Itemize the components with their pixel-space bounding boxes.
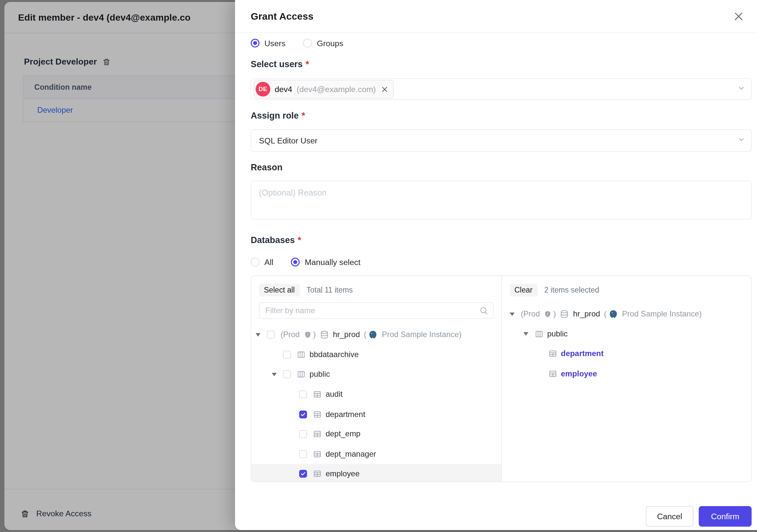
user-chip: DE dev4 (dev4@example.com) <box>254 80 394 99</box>
table-icon <box>313 410 322 419</box>
schema-icon <box>534 329 543 338</box>
tree-expand-arrow-icon[interactable] <box>256 333 267 336</box>
databases-radio-group: All Manually select <box>251 257 752 267</box>
radio-manually-select[interactable]: Manually select <box>291 258 360 266</box>
tree-row-department[interactable]: department <box>501 344 751 364</box>
assign-role-label: Assign role* <box>251 110 752 121</box>
radio-all-control[interactable] <box>251 258 260 266</box>
target-tree: (Prod )hr_prod( Prod Sample Instance)pub… <box>501 304 751 384</box>
node-name: bbdataarchive <box>309 350 358 359</box>
cancel-button[interactable]: Cancel <box>646 506 693 527</box>
database-transfer: Select all Total 11 items (Prod )hr_prod… <box>251 275 752 482</box>
node-name: public <box>547 329 568 338</box>
environment-badge: (Prod ) <box>521 310 556 319</box>
chevron-down-icon <box>737 136 745 145</box>
filter-input[interactable] <box>259 302 494 319</box>
close-icon[interactable] <box>732 9 745 23</box>
chip-user-email: (dev4@example.com) <box>297 84 376 94</box>
avatar: DE <box>256 82 270 97</box>
tree-expand-arrow-icon[interactable] <box>272 373 283 376</box>
tree-row-bbdataarchive[interactable]: bbdataarchive <box>251 345 501 364</box>
node-name: department <box>325 410 365 419</box>
checkbox-public[interactable] <box>283 370 291 378</box>
table-icon <box>313 469 322 478</box>
node-name: public <box>309 370 330 379</box>
radio-users[interactable]: Users <box>251 38 286 47</box>
clear-button[interactable]: Clear <box>509 284 537 297</box>
chevron-down-icon <box>737 84 745 94</box>
chip-user-name: dev4 <box>275 84 292 94</box>
selected-node-name[interactable]: department <box>561 350 603 359</box>
modal-footer: Cancel Confirm <box>646 506 752 527</box>
checkbox-dept_manager[interactable] <box>299 450 307 458</box>
selected-count-label: 2 items selected <box>544 286 599 295</box>
assign-role-select[interactable]: SQL Editor User <box>251 129 752 152</box>
table-icon <box>313 390 322 399</box>
assign-role-value: SQL Editor User <box>259 136 318 145</box>
tree-row-dept_emp[interactable]: dept_emp <box>251 424 501 444</box>
db-icon <box>560 310 569 319</box>
radio-groups-control[interactable] <box>303 39 312 47</box>
postgres-icon <box>368 330 378 339</box>
schema-icon <box>297 350 306 359</box>
db-icon <box>319 330 329 339</box>
tree-row-audit[interactable]: audit <box>251 385 501 405</box>
table-icon <box>548 350 557 359</box>
radio-manually-control[interactable] <box>291 258 300 266</box>
tree-row-public[interactable]: public <box>251 364 501 385</box>
instance-badge: ( Prod Sample Instance) <box>604 310 702 319</box>
table-icon <box>548 369 557 378</box>
selected-node-name[interactable]: employee <box>561 369 597 378</box>
user-select-input[interactable]: DE dev4 (dev4@example.com) <box>251 78 752 100</box>
checkbox-hr_prod[interactable] <box>267 331 275 339</box>
tree-row-public[interactable]: public <box>501 324 751 344</box>
postgres-icon <box>609 310 618 319</box>
node-name: employee <box>325 469 359 478</box>
member-type-radio-group: Users Groups <box>251 38 752 48</box>
databases-label: Databases* <box>251 235 752 245</box>
table-icon <box>313 430 322 439</box>
radio-users-control[interactable] <box>251 39 260 47</box>
checkbox-department-checked[interactable] <box>299 411 307 418</box>
table-icon <box>313 450 322 459</box>
tree-row-hr_prod[interactable]: (Prod )hr_prod( Prod Sample Instance) <box>501 304 751 324</box>
radio-groups[interactable]: Groups <box>303 38 344 47</box>
schema-icon <box>297 370 306 379</box>
source-tree: (Prod )hr_prod( Prod Sample Instance)bbd… <box>251 325 501 482</box>
chip-remove-icon[interactable] <box>381 85 388 93</box>
grant-access-modal: Grant Access Users Groups Select <box>235 0 757 530</box>
checkbox-employee-checked[interactable] <box>299 470 307 478</box>
modal-title: Grant Access <box>251 11 314 22</box>
prod-shield-icon <box>304 331 311 338</box>
tree-expand-arrow-icon[interactable] <box>523 332 534 336</box>
checkbox-bbdataarchive[interactable] <box>283 351 291 359</box>
select-all-button[interactable]: Select all <box>259 284 300 297</box>
node-name: audit <box>325 390 343 399</box>
node-name: dept_emp <box>325 430 360 439</box>
instance-badge: ( Prod Sample Instance) <box>364 330 461 339</box>
node-name: hr_prod <box>333 330 360 339</box>
tree-row-employee[interactable]: employee <box>501 364 751 384</box>
tree-row-employee[interactable]: employee <box>251 464 501 482</box>
search-icon <box>479 306 489 317</box>
reason-label: Reason <box>251 162 752 173</box>
node-name: dept_manager <box>325 450 376 459</box>
checkbox-dept_emp[interactable] <box>299 430 307 438</box>
tree-row-hr_prod[interactable]: (Prod )hr_prod( Prod Sample Instance) <box>251 325 501 345</box>
transfer-target-panel: Clear 2 items selected (Prod )hr_prod( P… <box>501 276 751 482</box>
tree-row-dept_manager[interactable]: dept_manager <box>251 444 501 464</box>
modal-header: Grant Access <box>235 0 757 33</box>
confirm-button[interactable]: Confirm <box>699 506 752 527</box>
select-users-label: Select users* <box>251 59 752 70</box>
tree-row-department[interactable]: department <box>251 404 501 424</box>
total-count-label: Total 11 items <box>307 286 353 295</box>
prod-shield-icon <box>544 311 551 318</box>
transfer-source-panel: Select all Total 11 items (Prod )hr_prod… <box>251 276 501 482</box>
radio-all-databases[interactable]: All <box>251 258 273 266</box>
tree-expand-arrow-icon[interactable] <box>509 313 521 316</box>
reason-textarea[interactable] <box>251 181 752 219</box>
node-name: hr_prod <box>573 310 600 319</box>
checkbox-audit[interactable] <box>299 391 307 398</box>
environment-badge: (Prod ) <box>281 330 316 339</box>
